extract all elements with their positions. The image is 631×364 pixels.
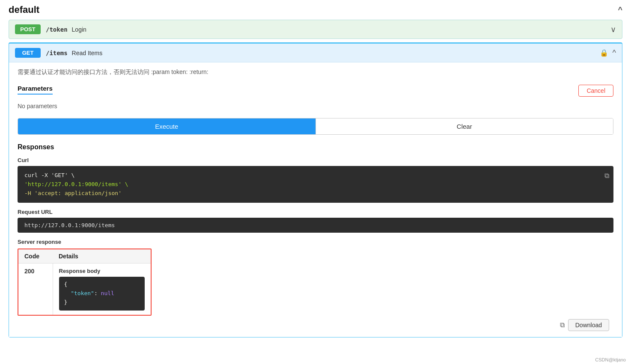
col-code: Code (18, 249, 53, 263)
body-key: "token" (71, 290, 94, 296)
get-endpoint-content: 需要通过认证才能访问的接口方法，否则无法访问 :param token: :re… (9, 62, 622, 337)
download-area: ⧉ Download (18, 319, 613, 331)
request-url-title: Request URL (18, 209, 613, 215)
post-endpoint-row[interactable]: POST /token Login ∨ (9, 20, 622, 39)
footer-text: CSDN@ktjano (590, 355, 631, 364)
response-body-label: Response body (59, 268, 145, 274)
post-chevron-icon[interactable]: ∨ (610, 25, 616, 34)
get-chevron-icon[interactable]: ^ (613, 48, 616, 57)
section-collapse-icon[interactable]: ^ (618, 6, 622, 15)
request-url-block: Request URL http://127.0.0.1:9000/items (18, 209, 613, 233)
curl-code-block: curl -X 'GET' \ 'http://127.0.0.1:9000/i… (18, 166, 613, 203)
endpoint-description: 需要通过认证才能访问的接口方法，否则无法访问 :param token: :re… (18, 68, 613, 76)
get-endpoint-desc: Read Items (72, 50, 103, 56)
curl-title: Curl (18, 157, 613, 163)
curl-copy-icon[interactable]: ⧉ (604, 170, 609, 181)
no-parameters-text: No parameters (18, 103, 613, 109)
download-copy-icon[interactable]: ⧉ (560, 321, 565, 329)
section-title: default (9, 4, 39, 15)
curl-line3: -H 'accept: application/json' (24, 190, 122, 196)
curl-line1: curl -X 'GET' \ (24, 172, 74, 178)
response-body-code: { "token": null } (59, 277, 145, 310)
get-endpoint-row: GET /items Read Items 🔒 ^ 需要通过认证才能访问的接口方… (9, 42, 622, 337)
server-response-title: Server response (18, 239, 613, 245)
download-button[interactable]: Download (568, 319, 609, 331)
body-line3: } (64, 299, 68, 305)
clear-button[interactable]: Clear (316, 118, 613, 134)
post-method-badge: POST (15, 24, 41, 34)
body-line1: { (64, 281, 68, 287)
col-details: Details (53, 249, 151, 263)
get-endpoint-path: /items (46, 50, 68, 56)
response-code-cell: 200 (18, 263, 53, 315)
response-row-outer: Code Details 200 Response body { (18, 249, 613, 331)
response-table: Code Details 200 Response body { (18, 249, 151, 314)
curl-line2: 'http://127.0.0.1:9000/items' \ (24, 181, 128, 187)
post-endpoint-desc: Login (72, 26, 86, 33)
get-method-badge: GET (15, 48, 41, 58)
lock-icon: 🔒 (600, 49, 608, 57)
parameters-title: Parameters (18, 85, 53, 95)
request-url-value: http://127.0.0.1:9000/items (18, 218, 613, 233)
response-details-cell: Response body { "token": null } (53, 263, 151, 315)
curl-block: Curl curl -X 'GET' \ 'http://127.0.0.1:9… (18, 157, 613, 203)
response-table-container: Code Details 200 Response body { (18, 249, 152, 315)
table-row: 200 Response body { "token": null } (18, 263, 151, 315)
responses-title: Responses (18, 143, 613, 151)
action-buttons-row: Execute Clear (18, 118, 613, 135)
execute-button[interactable]: Execute (18, 118, 316, 134)
cancel-button[interactable]: Cancel (578, 85, 613, 97)
post-endpoint-path: /token (46, 26, 68, 33)
body-value: null (101, 290, 114, 296)
